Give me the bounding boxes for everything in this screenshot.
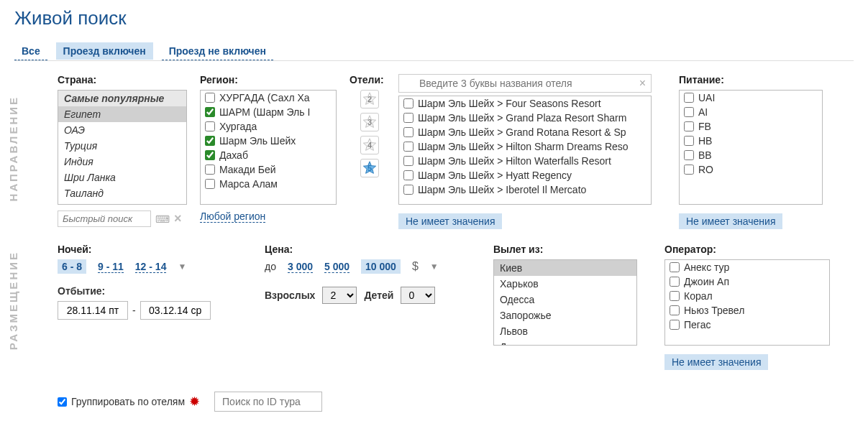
keyboard-icon[interactable]: ⌨ xyxy=(155,213,170,225)
hotel-item[interactable]: Шарм Эль Шейх > Four Seasons Resort xyxy=(399,96,651,111)
hotel-item[interactable]: Шарм Эль Шейх > Iberotel Il Mercato xyxy=(399,182,651,197)
price-option[interactable]: 3 000 xyxy=(288,261,313,273)
meal-item[interactable]: FB xyxy=(680,119,822,134)
flyfrom-item[interactable]: Киев xyxy=(494,260,636,276)
hotel-search-input[interactable] xyxy=(398,74,652,93)
meals-irrelevant[interactable]: Не имеет значения xyxy=(679,213,782,229)
tabs: Все Проезд включен Проезд не включен xyxy=(14,42,854,61)
any-region-link[interactable]: Любой регион xyxy=(200,210,265,223)
country-label: Страна: xyxy=(58,74,187,85)
price-option[interactable]: 5 000 xyxy=(324,261,350,273)
region-item[interactable]: Хургада xyxy=(201,119,336,134)
clear-icon[interactable]: × xyxy=(174,211,182,226)
region-item[interactable]: Дахаб xyxy=(201,148,336,162)
country-item[interactable]: Индия xyxy=(58,154,186,170)
meal-item[interactable]: UAI xyxy=(680,91,822,105)
departure-to[interactable] xyxy=(140,301,211,320)
operator-item[interactable]: Ньюз Тревел xyxy=(665,303,829,318)
operator-irrelevant[interactable]: Не имеет значения xyxy=(664,354,768,370)
region-label: Регион: xyxy=(200,74,337,85)
clear-icon[interactable]: × xyxy=(639,77,646,90)
meal-item[interactable]: HB xyxy=(680,134,822,148)
children-select[interactable]: 0 xyxy=(401,287,435,304)
hotels-irrelevant[interactable]: Не имеет значения xyxy=(398,213,502,229)
star-filter: 2 3 4 5 xyxy=(350,90,390,177)
country-item[interactable]: Египет xyxy=(58,106,186,122)
nights-option[interactable]: 6 - 8 xyxy=(58,259,86,274)
hotels-label: Отели: xyxy=(350,74,390,85)
star-5[interactable]: 5 xyxy=(360,159,379,177)
operator-listbox[interactable]: Анекс тур Джоин Ап Корал Ньюз Тревел Пег… xyxy=(664,259,830,346)
section-label-direction: НАПРАВЛЕНИЕ xyxy=(7,96,19,201)
chevron-down-icon[interactable]: ▼ xyxy=(430,262,439,272)
operator-item[interactable]: Пегас xyxy=(665,318,829,332)
hotels-listbox[interactable]: Шарм Эль Шейх > Four Seasons Resort Шарм… xyxy=(398,96,652,205)
flyfrom-item[interactable]: Запорожье xyxy=(494,307,636,323)
region-item[interactable]: ШАРМ (Шарм Эль I xyxy=(201,105,336,119)
region-item[interactable]: ХУРГАДА (Сахл Ха xyxy=(201,91,336,105)
operator-item[interactable]: Анекс тур xyxy=(665,260,829,274)
flyfrom-listbox[interactable]: Киев Харьков Одесса Запорожье Львов Днеп… xyxy=(493,259,637,346)
tab-transport-excluded[interactable]: Проезд не включен xyxy=(162,42,273,60)
operator-item[interactable]: Джоин Ап xyxy=(665,274,829,289)
meal-item[interactable]: AI xyxy=(680,105,822,119)
meals-listbox[interactable]: UAI AI FB HB BB RO xyxy=(679,90,823,205)
adults-label: Взрослых xyxy=(265,290,315,301)
country-listbox[interactable]: Самые популярные Египет ОАЭ Турция Индия… xyxy=(58,90,187,205)
tab-all[interactable]: Все xyxy=(14,42,47,60)
meal-item[interactable]: RO xyxy=(680,162,822,177)
region-item[interactable]: Макади Бей xyxy=(201,162,336,177)
star-2[interactable]: 2 xyxy=(360,90,379,108)
price-option[interactable]: 10 000 xyxy=(361,259,401,274)
chevron-down-icon[interactable]: ▼ xyxy=(178,262,186,272)
hotel-item[interactable]: Шарм Эль Шейх > Hilton Waterfalls Resort xyxy=(399,154,651,168)
meals-label: Питание: xyxy=(679,74,823,85)
star-4[interactable]: 4 xyxy=(360,136,379,154)
page-title: Живой поиск xyxy=(14,7,854,29)
nights-option[interactable]: 9 - 11 xyxy=(98,261,124,273)
nights-label: Ночей: xyxy=(58,244,252,255)
currency: $ xyxy=(412,260,419,273)
country-quick-search[interactable] xyxy=(58,210,151,227)
country-group-popular: Самые популярные xyxy=(58,91,186,106)
flyfrom-item[interactable]: Харьков xyxy=(494,276,636,292)
hotel-item[interactable]: Шарм Эль Шейх > Hyatt Regency xyxy=(399,168,651,182)
departure-from[interactable] xyxy=(58,301,128,320)
group-by-hotels[interactable]: Группировать по отелям ✹ xyxy=(58,394,200,410)
region-item[interactable]: Шарм Эль Шейх xyxy=(201,134,336,148)
price-label: Цена: xyxy=(265,244,480,255)
group-by-hotels-checkbox[interactable] xyxy=(58,397,67,407)
date-dash: - xyxy=(132,305,136,316)
operator-label: Оператор: xyxy=(664,244,830,255)
flyfrom-label: Вылет из: xyxy=(493,244,637,255)
tab-transport-included[interactable]: Проезд включен xyxy=(56,42,153,60)
flyfrom-item[interactable]: Львов xyxy=(494,323,636,339)
region-listbox[interactable]: ХУРГАДА (Сахл Ха ШАРМ (Шарм Эль I Хургад… xyxy=(200,90,337,205)
burst-icon: ✹ xyxy=(189,394,200,410)
country-item[interactable]: ОАЭ xyxy=(58,122,186,138)
country-item[interactable]: Таиланд xyxy=(58,185,186,201)
star-3[interactable]: 3 xyxy=(360,113,379,131)
children-label: Детей xyxy=(364,290,393,301)
section-label-placement: РАЗМЕЩЕНИЕ xyxy=(7,251,19,350)
country-item[interactable]: Турция xyxy=(58,138,186,154)
hotel-item[interactable]: Шарм Эль Шейх > Grand Rotana Resort & Sp xyxy=(399,125,651,139)
meal-item[interactable]: BB xyxy=(680,148,822,162)
flyfrom-item[interactable]: Одесса xyxy=(494,292,636,307)
adults-select[interactable]: 2 xyxy=(322,287,357,304)
tour-id-search[interactable] xyxy=(214,392,322,412)
hotel-item[interactable]: Шарм Эль Шейх > Hilton Sharm Dreams Reso xyxy=(399,139,651,154)
region-item[interactable]: Марса Алам xyxy=(201,177,336,191)
nights-option[interactable]: 12 - 14 xyxy=(135,261,167,273)
price-prefix: до xyxy=(265,261,276,272)
group-by-hotels-label: Группировать по отелям xyxy=(71,396,185,407)
operator-item[interactable]: Корал xyxy=(665,289,829,303)
hotel-item[interactable]: Шарм Эль Шейх > Grand Plaza Resort Sharm xyxy=(399,111,651,125)
flyfrom-item[interactable]: Днепропетровск xyxy=(494,339,636,346)
departure-label: Отбытие: xyxy=(58,285,252,297)
country-item[interactable]: Шри Ланка xyxy=(58,170,186,185)
